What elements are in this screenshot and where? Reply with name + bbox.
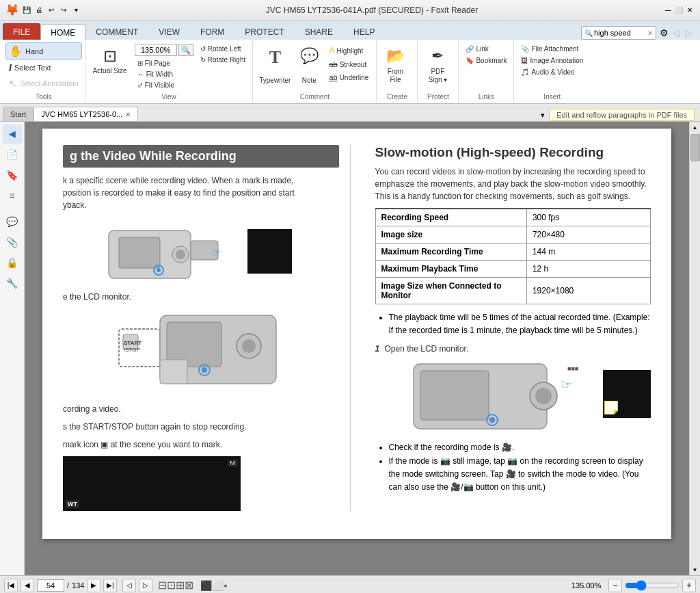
- sidebar-bookmark-icon[interactable]: 🔖: [3, 166, 22, 185]
- ribbon-group-insert: 📎 File Attachment 🖼 Image Annotation 🎵 A…: [514, 41, 590, 102]
- info-bar-text: Edit and reflow paragraphs in PDF files: [556, 111, 687, 119]
- quick-redo[interactable]: ↪: [59, 5, 68, 15]
- quick-undo[interactable]: ↩: [46, 5, 56, 15]
- step-1: 1 Open the LCD monitor.: [375, 343, 651, 355]
- prev-page-button[interactable]: ◀: [21, 579, 34, 592]
- zoom-in-button[interactable]: +: [682, 579, 696, 592]
- zoom-button[interactable]: 🔍: [178, 44, 193, 56]
- ribbon-group-create: 📂 FromFile Create: [377, 41, 418, 102]
- minimize-button[interactable]: ─: [663, 5, 673, 15]
- table-row: Image size 720×480: [375, 226, 651, 243]
- pdf-content-area: g the Video While Recording k a specific…: [25, 122, 689, 575]
- rotate-left-button[interactable]: ↺ Rotate Left: [198, 44, 249, 54]
- next-page-button[interactable]: ▶: [87, 579, 100, 592]
- table-cell-label: Maximum Recording Time: [375, 243, 526, 261]
- svg-rect-1: [119, 237, 160, 268]
- nav-back-icon[interactable]: ◁: [671, 28, 681, 38]
- sidebar-layers-icon[interactable]: ≡: [3, 186, 22, 205]
- typewriter-button[interactable]: T Typewriter: [256, 42, 294, 86]
- camera-image-2: START /STOP: [63, 308, 339, 397]
- sidebar-comment-icon[interactable]: 💬: [3, 212, 22, 231]
- bottom-bar: |◀ ◀ / 134 ▶ ▶| ◁ ▷ ⊟⊡⊞⊠ ⬛⬜▪ 135.00% − +: [0, 575, 700, 593]
- settings-icon[interactable]: ⚙: [659, 28, 669, 38]
- next-view-button[interactable]: ▷: [139, 579, 152, 592]
- tab-protect[interactable]: PROTECT: [234, 23, 294, 40]
- quick-save[interactable]: 💾: [22, 5, 31, 15]
- actual-size-button[interactable]: ⊡ Actual Size: [90, 44, 131, 78]
- link-button[interactable]: 🔗 Link: [463, 44, 509, 54]
- doc-tab-jvc[interactable]: JVC HM65 LYT2536-0... ✕: [33, 107, 138, 121]
- create-group-content: 📂 FromFile: [379, 42, 414, 92]
- tab-more-button[interactable]: ▾: [537, 109, 549, 121]
- tab-file[interactable]: FILE: [3, 23, 40, 40]
- restore-button[interactable]: ⬜: [674, 5, 684, 15]
- highlight-button[interactable]: A Highlight: [325, 44, 372, 57]
- file-attachment-button[interactable]: 📎 File Attachment: [518, 44, 586, 54]
- jvc-tab-close-icon[interactable]: ✕: [125, 111, 131, 118]
- from-file-button[interactable]: 📂 FromFile: [379, 42, 411, 86]
- fit-page-button[interactable]: ⊞ Fit Page: [135, 58, 193, 68]
- link-icon: 🔗: [466, 45, 474, 53]
- quick-print[interactable]: 🖨: [34, 5, 44, 15]
- audio-video-button[interactable]: 🎵 Audio & Video: [518, 67, 586, 77]
- zoom-slider[interactable]: [625, 580, 679, 591]
- fit-width-label: Fit Width: [146, 70, 173, 78]
- protect-group-label: Protect: [420, 92, 455, 101]
- info-bar: Edit and reflow paragraphs in PDF files: [549, 109, 695, 121]
- image-annotation-label: Image Annotation: [530, 57, 583, 64]
- tab-form[interactable]: FORM: [190, 23, 234, 40]
- page-input[interactable]: [37, 579, 64, 592]
- search-clear-icon[interactable]: ✕: [647, 29, 653, 37]
- prev-view-button[interactable]: ◁: [122, 579, 136, 592]
- typewriter-icon: T: [269, 47, 281, 68]
- last-page-button[interactable]: ▶|: [103, 579, 117, 592]
- scroll-thumb[interactable]: [690, 134, 700, 161]
- app-icon: 🦊: [5, 3, 19, 16]
- strikeout-button[interactable]: ab Strikeout: [325, 58, 372, 70]
- scroll-up-button[interactable]: ▲: [690, 122, 700, 133]
- bookmark-label: Bookmark: [476, 57, 507, 64]
- start-tab-label: Start: [10, 110, 26, 118]
- sidebar-lock-icon[interactable]: 🔒: [3, 253, 22, 272]
- bullet-list: The playback time will be 5 times of the…: [375, 311, 651, 337]
- zoom-input[interactable]: [135, 44, 177, 56]
- tab-help[interactable]: HELP: [343, 23, 385, 40]
- note-button[interactable]: 💬 Note: [295, 42, 323, 86]
- close-button[interactable]: ✕: [685, 5, 695, 15]
- sidebar-page-icon[interactable]: 📄: [3, 145, 22, 164]
- fit-visible-button[interactable]: ⤢ Fit Visible: [135, 80, 193, 90]
- title-bar-left: 🦊 💾 🖨 ↩ ↪ ▾: [5, 3, 81, 16]
- first-page-button[interactable]: |◀: [4, 579, 18, 592]
- actual-size-label: Actual Size: [93, 67, 127, 75]
- tools-group-label: Tools: [5, 92, 82, 101]
- tab-share[interactable]: SHARE: [295, 23, 343, 40]
- sidebar-tools-icon[interactable]: 🔧: [3, 274, 22, 293]
- fit-width-button[interactable]: ↔ Fit Width: [135, 69, 193, 79]
- actual-size-icon: ⊡: [103, 47, 117, 66]
- tab-view[interactable]: VIEW: [148, 23, 190, 40]
- select-annotation-button[interactable]: ↖ Select Annotation: [5, 76, 82, 91]
- bookmark-button[interactable]: 🔖 Bookmark: [463, 55, 509, 66]
- tab-home[interactable]: HOME: [40, 24, 85, 40]
- camera-svg-1: ☞: [105, 217, 242, 285]
- ribbon-search-input[interactable]: [593, 29, 647, 37]
- image-annotation-button[interactable]: 🖼 Image Annotation: [518, 55, 586, 66]
- wt-badge: WT: [66, 500, 79, 508]
- link-label: Link: [476, 45, 488, 53]
- select-text-button[interactable]: I Select Text: [5, 60, 82, 75]
- rotate-right-button[interactable]: ↻ Rotate Right: [198, 55, 249, 65]
- pdf-sign-button[interactable]: ✒ PDFSign ▾: [420, 42, 455, 86]
- hand-tool-button[interactable]: ✋ Hand: [5, 42, 82, 60]
- doc-tab-start[interactable]: Start: [3, 107, 33, 121]
- black-box-1: [247, 229, 292, 274]
- sidebar-nav-icon[interactable]: ◀: [3, 124, 22, 144]
- zoom-out-button[interactable]: −: [608, 579, 622, 592]
- nav-forward-icon[interactable]: ▷: [684, 28, 693, 38]
- select-text-label: Select Text: [14, 64, 51, 72]
- comment-group-label: Comment: [256, 92, 373, 101]
- sidebar-attachment-icon[interactable]: 📎: [3, 233, 22, 252]
- tab-comment[interactable]: COMMENT: [85, 23, 148, 40]
- quick-more[interactable]: ▾: [71, 5, 81, 15]
- scroll-down-button[interactable]: ▼: [690, 564, 700, 575]
- underline-button[interactable]: ab Underline: [325, 71, 372, 83]
